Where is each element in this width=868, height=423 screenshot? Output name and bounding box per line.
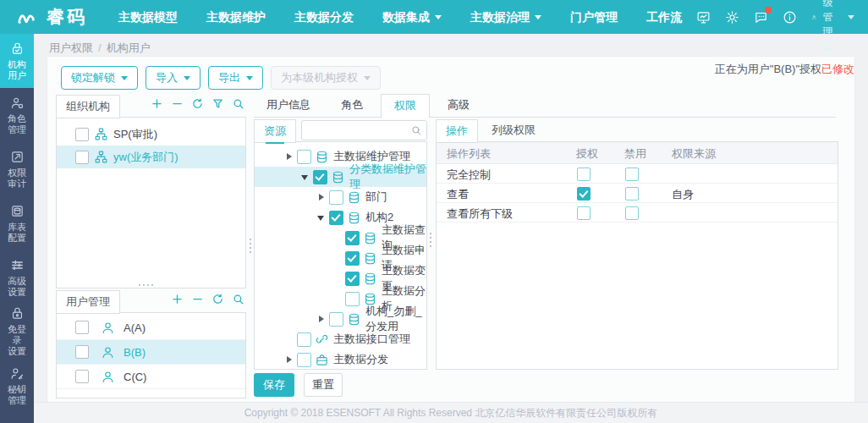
message-icon[interactable] — [754, 10, 768, 25]
nav-item[interactable]: 主数据维护 — [192, 0, 280, 34]
filter-icon[interactable] — [212, 97, 224, 110]
authorize-checkbox[interactable] — [577, 168, 591, 181]
tab-active[interactable]: 权限 — [381, 94, 430, 118]
monitor-chart-icon[interactable] — [696, 10, 711, 25]
resource-tree-node[interactable]: 机构_勿删_分发用 — [255, 309, 426, 329]
db-gear-icon — [315, 150, 329, 164]
column-header: 授权 — [576, 146, 598, 162]
sidebar-item-entry[interactable]: 角色管理 — [0, 88, 34, 142]
checkbox[interactable] — [297, 332, 311, 347]
checkbox[interactable] — [75, 128, 89, 141]
checkbox[interactable] — [297, 150, 311, 164]
refresh-icon[interactable] — [212, 293, 224, 305]
minus-icon[interactable] — [171, 97, 184, 110]
caret-down-icon — [121, 76, 128, 80]
tab-item[interactable]: 用户信息 — [254, 94, 323, 116]
nav-item[interactable]: 工作流 — [632, 0, 696, 34]
save-button[interactable]: 保存 — [254, 373, 294, 397]
info-icon[interactable] — [783, 10, 797, 25]
deny-checkbox[interactable] — [625, 187, 639, 201]
expand-icon[interactable] — [316, 314, 327, 324]
sidebar-item-active[interactable]: 机构用户 — [0, 34, 34, 88]
checkbox[interactable] — [329, 312, 343, 327]
checkbox[interactable] — [329, 211, 343, 225]
user-item-label: A(A) — [124, 321, 146, 334]
expand-icon[interactable] — [284, 354, 294, 365]
checkbox[interactable] — [313, 170, 327, 184]
tab-operations[interactable]: 操作 — [436, 119, 478, 143]
resource-tree-node[interactable]: 主数据接口管理 — [255, 329, 426, 349]
sidebar-item-entry[interactable]: 免登录设置 — [0, 305, 34, 359]
nav-item[interactable]: 主数据分发 — [280, 0, 368, 34]
organization-tab[interactable]: 组织机构 — [56, 95, 120, 118]
checkbox[interactable] — [345, 231, 360, 245]
expand-icon[interactable] — [284, 151, 294, 162]
user-tab[interactable]: 用户管理 — [56, 290, 120, 314]
expand-icon[interactable] — [316, 192, 327, 202]
resource-search-input[interactable] — [307, 122, 406, 139]
checkbox[interactable] — [75, 345, 89, 359]
resource-tab[interactable]: 资源 — [254, 119, 296, 143]
authorize-checkbox[interactable] — [577, 206, 591, 220]
reset-button[interactable]: 重置 — [304, 373, 343, 397]
app-logo[interactable]: 睿码 — [0, 5, 91, 29]
collapse-icon[interactable] — [300, 172, 310, 182]
plus-icon[interactable] — [151, 97, 163, 110]
minus-icon — [171, 97, 184, 110]
sidebar-item-entry[interactable]: 秘钥管理 — [0, 359, 34, 413]
org-tree-node[interactable]: SP(审批) — [57, 123, 245, 146]
deny-checkbox[interactable] — [625, 168, 639, 181]
nav-item[interactable]: 门户管理 — [556, 0, 632, 34]
vertical-splitter-handle[interactable] — [250, 239, 251, 253]
resource-tree-node[interactable]: 主数据分发 — [255, 349, 426, 370]
authorize-checkbox[interactable] — [577, 187, 591, 201]
gear-icon[interactable] — [725, 10, 739, 25]
toolbar-button[interactable]: 导入 — [146, 66, 201, 90]
checkbox[interactable] — [75, 370, 89, 383]
nav-item[interactable]: 主数据治理 — [456, 0, 556, 34]
left-sidebar: 机构用户角色管理权限审计库表配置高级设置免登录设置秘钥管理 — [0, 34, 34, 423]
user-menu[interactable]: 超级管理员 — [811, 0, 854, 53]
sidebar-item-entry[interactable]: 权限审计 — [0, 142, 34, 196]
vertical-splitter-handle-2[interactable] — [430, 233, 431, 247]
refresh-icon[interactable] — [191, 97, 204, 110]
tab-item[interactable]: 角色 — [328, 94, 376, 116]
search-icon[interactable] — [232, 293, 244, 305]
sidebar-item-entry[interactable]: 库表配置 — [0, 196, 34, 250]
user-list-item[interactable]: C(C) — [57, 365, 245, 389]
user-list-item[interactable]: B(B) — [57, 340, 245, 365]
checkbox[interactable] — [345, 251, 360, 266]
checkbox[interactable] — [345, 292, 360, 306]
plug-icon — [315, 332, 329, 347]
plus-icon[interactable] — [171, 293, 184, 305]
user-list-item[interactable]: A(A) — [57, 316, 245, 340]
checkbox[interactable] — [75, 321, 89, 334]
checkbox[interactable] — [329, 190, 343, 205]
resource-node-label: 分类数据维护管理 — [349, 162, 426, 192]
deny-checkbox[interactable] — [625, 206, 639, 220]
checkbox[interactable] — [297, 353, 311, 367]
nav-item-label: 主数据治理 — [470, 0, 530, 34]
org-tree-node[interactable]: yw(业务部门) — [57, 146, 245, 168]
sitemap-icon — [94, 150, 108, 164]
tab-item[interactable]: 高级 — [435, 94, 482, 116]
resource-tree-node[interactable]: 分类数据维护管理 — [255, 167, 426, 187]
collapse-icon[interactable] — [316, 212, 327, 222]
toolbar-button[interactable]: 锁定解锁 — [61, 66, 138, 90]
logo-icon — [14, 8, 39, 26]
search-icon — [232, 97, 244, 110]
minus-icon[interactable] — [191, 293, 204, 305]
tab-column-rights[interactable]: 列级权限 — [483, 119, 544, 141]
monitor-chart-icon — [696, 10, 711, 25]
nav-item[interactable]: 数据集成 — [368, 0, 456, 34]
column-header: 权限来源 — [672, 146, 716, 162]
toolbar-button[interactable]: 导出 — [208, 66, 263, 90]
search-icon[interactable] — [232, 97, 244, 110]
breadcrumb-parent[interactable]: 用户权限 — [49, 41, 93, 54]
organization-tools — [151, 97, 244, 110]
sidebar-item-entry[interactable]: 高级设置 — [0, 250, 34, 305]
nav-item[interactable]: 主数据模型 — [104, 0, 192, 34]
checkbox[interactable] — [345, 272, 360, 286]
checkbox[interactable] — [75, 151, 89, 164]
horizontal-splitter-handle[interactable] — [139, 284, 153, 286]
